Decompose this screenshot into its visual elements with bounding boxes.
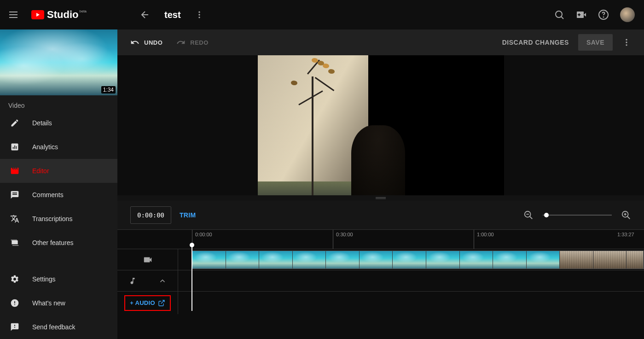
svg-point-1 [198,14,200,15]
sidebar-item-label: Comments [32,191,64,199]
add-audio-label: + AUDIO [130,299,155,306]
sidebar-item-other-features[interactable]: Other features [0,231,117,255]
playhead-line [191,246,192,311]
sidebar-item-label: Other features [32,239,74,246]
video-thumbnail[interactable]: 1:34 [0,29,117,95]
logo-beta: beta [79,9,87,13]
ruler-mark: 0:30:00 [333,230,353,249]
main-editor: UNDO REDO DISCARD CHANGES SAVE [117,29,644,339]
ruler-mark: 1:33:27 [615,230,634,249]
svg-point-15 [626,44,627,46]
add-audio-content[interactable] [178,292,644,314]
audio-track-content[interactable] [178,270,644,291]
zoom-in-button[interactable] [621,210,631,220]
help-button[interactable] [598,9,609,20]
thumbnail-duration: 1:34 [101,86,116,94]
preview-resize-handle[interactable] [117,195,644,201]
ruler-mark: 1:00:00 [474,230,494,249]
svg-rect-12 [16,146,17,149]
svg-point-0 [198,12,200,13]
svg-point-8 [603,17,604,18]
sidebar-item-whats-new[interactable]: What's new [0,291,117,315]
sidebar-item-settings[interactable]: Settings [0,267,117,291]
sidebar-item-label: Settings [32,275,56,283]
pencil-icon [9,117,20,129]
redo-button[interactable]: REDO [176,38,209,47]
layers-icon [9,237,20,248]
sidebar-item-label: Analytics [32,143,58,151]
svg-rect-6 [578,14,580,15]
feedback-icon [9,321,20,333]
announcement-icon [9,298,20,309]
editor-toolbar: UNDO REDO DISCARD CHANGES SAVE [117,29,644,55]
sidebar-item-label: Details [32,119,52,127]
sidebar-item-editor[interactable]: Editor [0,159,117,183]
timeline-ruler[interactable]: 0:00:00 0:30:00 1:00:00 1:33:27 [117,229,644,249]
redo-label: REDO [190,39,209,46]
youtube-icon [31,10,44,19]
account-avatar[interactable] [620,7,635,22]
logo-text: Studio [47,9,78,21]
toolbar-options-button[interactable] [622,38,631,47]
svg-rect-10 [13,147,14,149]
sidebar: 1:34 Video Details Analytics Editor Comm… [0,29,117,339]
search-button[interactable] [554,9,565,20]
collapse-audio-button[interactable] [158,277,167,285]
sidebar-item-transcriptions[interactable]: Transcriptions [0,207,117,231]
sidebar-item-feedback[interactable]: Send feedback [0,315,117,339]
svg-rect-11 [14,146,15,149]
editor-icon [9,165,20,176]
app-header: Studio beta test [0,0,644,29]
sidebar-section-label: Video [0,95,117,111]
timeline-controls: 0:00:00 TRIM [117,201,644,229]
add-audio-button[interactable]: + AUDIO [124,295,171,311]
svg-point-2 [198,17,200,18]
studio-logo[interactable]: Studio beta [31,9,87,21]
sidebar-item-label: Send feedback [32,323,75,331]
current-time-display[interactable]: 0:00:00 [130,206,171,224]
menu-button[interactable] [9,9,20,20]
trim-button[interactable]: TRIM [180,211,196,219]
audio-track [117,270,644,291]
music-note-icon[interactable] [128,277,137,285]
video-title: test [164,10,181,20]
video-track [117,249,644,270]
video-options-button[interactable] [195,10,204,19]
sidebar-item-analytics[interactable]: Analytics [0,135,117,159]
translate-icon [9,213,20,224]
svg-point-14 [626,41,627,43]
analytics-icon [9,141,20,152]
video-track-icon[interactable] [117,249,178,270]
undo-button[interactable]: UNDO [130,38,162,47]
video-clip-strip[interactable] [178,249,644,270]
zoom-slider[interactable] [543,215,612,216]
add-audio-row: + AUDIO [117,291,644,314]
sidebar-item-label: What's new [32,299,65,307]
discard-button[interactable]: DISCARD CHANGES [502,39,569,46]
zoom-out-button[interactable] [523,210,534,220]
comments-icon [9,189,20,200]
svg-point-13 [626,39,627,41]
sidebar-item-label: Transcriptions [32,215,72,222]
create-button[interactable] [576,9,587,20]
ruler-mark: 0:00:00 [192,230,212,249]
undo-label: UNDO [144,39,162,46]
svg-point-3 [556,11,562,18]
gear-icon [9,274,20,285]
back-button[interactable] [139,9,151,20]
sidebar-item-comments[interactable]: Comments [0,183,117,207]
save-button[interactable]: SAVE [578,34,613,51]
sidebar-item-details[interactable]: Details [0,111,117,135]
video-preview[interactable] [117,55,644,195]
timeline-tracks: + AUDIO [117,249,644,314]
sidebar-item-label: Editor [32,167,49,175]
